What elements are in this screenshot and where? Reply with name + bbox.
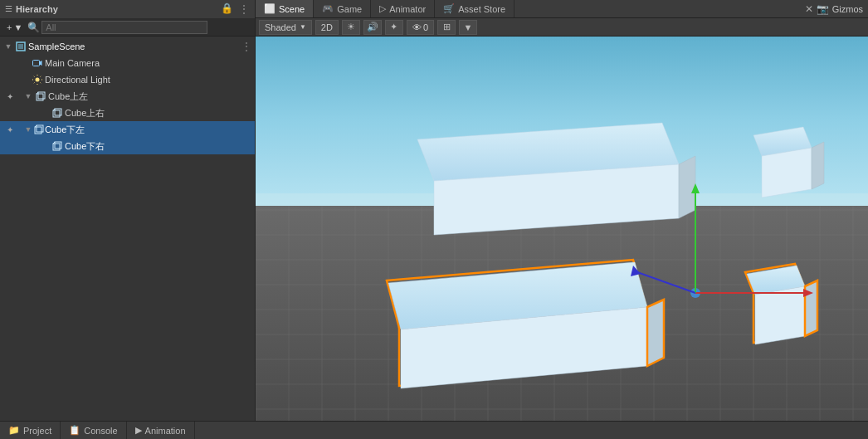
svg-marker-62 — [812, 142, 824, 189]
project-tab-label: Project — [23, 426, 51, 436]
cube-ll-icon — [33, 124, 45, 135]
svg-rect-1 — [18, 44, 23, 49]
hierarchy-item-cube-ul-row: ✦ ▼ Cube上左 — [0, 88, 255, 105]
cube-ll-label: Cube下左 — [45, 124, 85, 136]
svg-rect-19 — [35, 127, 41, 134]
svg-rect-13 — [37, 94, 43, 100]
scene-toolbar: Shaded 2D ☀ 🔊 ✦ 👁 0 ⊞ ▼ — [256, 18, 868, 37]
grid-toggle[interactable]: ⊞ — [437, 20, 456, 35]
hierarchy-add-button[interactable]: + ▼ — [3, 22, 26, 32]
bottom-tab-bar: 📁 Project 📋 Console ▶ Animation — [0, 421, 868, 439]
svg-rect-14 — [38, 92, 45, 99]
hidden-objects-btn[interactable]: 👁 0 — [407, 20, 434, 35]
hierarchy-panel-icon: ☰ — [5, 4, 12, 13]
shading-mode-dropdown[interactable]: Shaded — [259, 20, 312, 35]
animator-tab-label: Animator — [389, 4, 426, 14]
hierarchy-item-cube-lr[interactable]: Cube下右 — [0, 138, 255, 154]
lighting-toggle[interactable]: ☀ — [342, 20, 360, 35]
svg-marker-73 — [805, 280, 817, 336]
svg-rect-23 — [55, 142, 61, 149]
svg-marker-67 — [647, 300, 664, 366]
tab-animation[interactable]: ▶ Animation — [127, 422, 195, 439]
audio-icon: 🔊 — [367, 22, 378, 32]
scene-more-icon[interactable]: ⋮ — [241, 41, 251, 52]
svg-line-11 — [41, 76, 41, 77]
hidden-count-label: 0 — [423, 22, 428, 32]
projection-toggle[interactable]: 2D — [315, 20, 339, 35]
add-arrow-icon: ▼ — [13, 22, 22, 32]
lighting-icon: ☀ — [347, 22, 355, 32]
cube-ur-label: Cube上右 — [65, 107, 105, 120]
top-tab-bar: ☰ Hierarchy 🔒 ⋮ ⬜ Scene 🎮 Game ▷ Animato… — [0, 0, 868, 18]
add-icon: + — [7, 22, 12, 32]
grid-icon: ⊞ — [443, 22, 451, 32]
hierarchy-item-cube-ur[interactable]: Cube上右 — [0, 105, 255, 121]
effects-icon: ✦ — [390, 22, 397, 32]
hierarchy-panel-title: Hierarchy — [16, 4, 58, 14]
gizmo-dropdown[interactable]: ▼ — [459, 20, 477, 35]
cube-ll-indicator-icon: ✦ — [3, 123, 17, 136]
scene-tab-label: Scene — [279, 4, 305, 14]
scene-canvas[interactable] — [256, 37, 868, 421]
scene-name-label: SampleScene — [28, 41, 85, 51]
hierarchy-panel: + ▼ 🔍 ▼ SampleScene ⋮ — [0, 18, 256, 421]
cube-ul-arrow: ▼ — [23, 92, 33, 100]
svg-line-12 — [34, 83, 35, 84]
eye-icon: 👁 — [412, 22, 422, 32]
svg-marker-72 — [755, 286, 805, 344]
svg-marker-61 — [762, 148, 812, 198]
hierarchy-item-cube-ul[interactable]: ▼ Cube上左 — [17, 88, 255, 105]
projection-label: 2D — [321, 22, 333, 32]
cube-lr-icon — [51, 140, 63, 152]
main-camera-label: Main Camera — [45, 58, 100, 68]
shading-mode-label: Shaded — [265, 22, 296, 32]
hierarchy-lock-icon[interactable]: 🔒 — [221, 2, 233, 16]
hierarchy-item-directional-light[interactable]: Directional Light — [0, 71, 255, 88]
svg-point-4 — [36, 78, 40, 82]
svg-line-10 — [41, 83, 41, 84]
tab-console[interactable]: 📋 Console — [61, 422, 126, 439]
scene-expand-arrow: ▼ — [3, 42, 13, 51]
hierarchy-search-bar: + ▼ 🔍 — [0, 18, 255, 37]
animation-tab-icon: ▶ — [135, 425, 142, 436]
svg-marker-59 — [679, 156, 695, 218]
asset-store-tab-label: Asset Store — [458, 4, 505, 14]
audio-toggle[interactable]: 🔊 — [363, 20, 382, 35]
svg-rect-2 — [33, 61, 40, 66]
project-tab-icon: 📁 — [8, 425, 20, 436]
tab-project[interactable]: 📁 Project — [0, 422, 61, 439]
cube-ur-icon — [51, 107, 63, 119]
animator-tab-icon: ▷ — [379, 3, 386, 14]
game-tab-icon: 🎮 — [322, 3, 334, 14]
svg-line-9 — [34, 76, 35, 77]
scene-tab-icon: ⬜ — [264, 3, 276, 14]
hierarchy-more-icon[interactable]: ⋮ — [238, 2, 250, 16]
scene-icon — [15, 41, 27, 52]
hierarchy-search-input[interactable] — [41, 21, 207, 34]
svg-rect-22 — [53, 144, 60, 150]
svg-rect-17 — [55, 109, 61, 115]
tab-game[interactable]: 🎮 Game — [314, 0, 371, 17]
scene-tools-icon[interactable]: ✕ — [805, 3, 813, 15]
tab-animator[interactable]: ▷ Animator — [371, 0, 435, 17]
scene-panel: Shaded 2D ☀ 🔊 ✦ 👁 0 ⊞ ▼ — [256, 18, 868, 421]
hierarchy-scene-root[interactable]: ▼ SampleScene ⋮ — [0, 38, 255, 55]
asset-store-tab-icon: 🛒 — [443, 3, 455, 14]
console-tab-label: Console — [84, 426, 117, 436]
svg-rect-16 — [53, 110, 60, 117]
cube-ul-label: Cube上左 — [48, 90, 88, 103]
hierarchy-item-main-camera[interactable]: Main Camera — [0, 55, 255, 71]
hierarchy-item-cube-ll[interactable]: ▼ Cube下左 — [17, 121, 255, 138]
cube-ll-arrow: ▼ — [23, 125, 33, 134]
effects-toggle[interactable]: ✦ — [385, 20, 403, 35]
tab-asset-store[interactable]: 🛒 Asset Store — [435, 0, 514, 17]
gizmos-label[interactable]: Gizmos — [832, 4, 863, 14]
scene-camera-icon[interactable]: 📷 — [817, 3, 829, 15]
camera-icon — [32, 57, 43, 69]
svg-rect-20 — [37, 125, 43, 132]
hierarchy-tree: ▼ SampleScene ⋮ Main Camera — [0, 37, 255, 421]
main-content: + ▼ 🔍 ▼ SampleScene ⋮ — [0, 18, 868, 421]
animation-tab-label: Animation — [145, 426, 186, 436]
cube-lr-label: Cube下右 — [65, 140, 105, 153]
tab-scene[interactable]: ⬜ Scene — [256, 0, 314, 17]
